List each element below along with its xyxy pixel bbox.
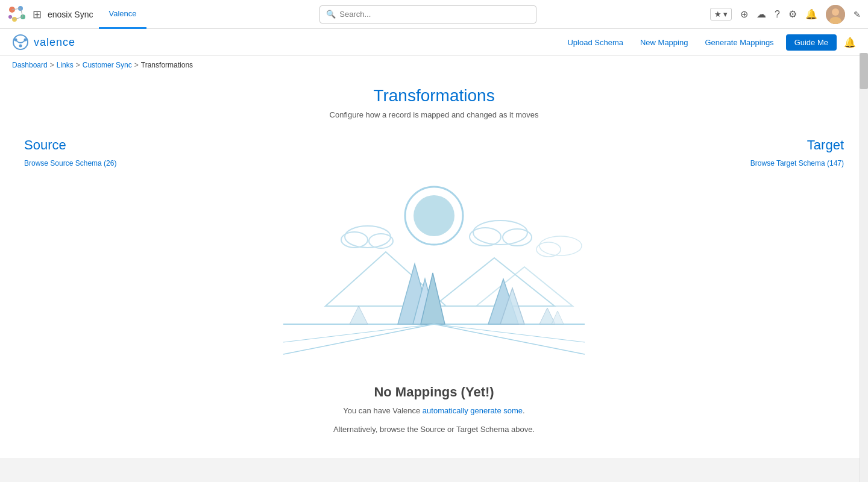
bell-icon[interactable]: 🔔 — [805, 8, 817, 20]
search-bar: 🔍 — [319, 5, 536, 23]
breadcrumb-sep-1: > — [50, 61, 54, 69]
valence-logo-text: valence — [34, 36, 75, 49]
generate-mappings-button[interactable]: Generate Mappings — [700, 36, 778, 49]
upload-schema-button[interactable]: Upload Schema — [562, 36, 628, 49]
valence-header: valence Upload Schema New Mapping Genera… — [0, 29, 868, 56]
empty-state-alt: Alternatively, browse the Source or Targ… — [333, 425, 535, 434]
dropdown-icon: ▾ — [723, 10, 728, 19]
app-name: enosix Sync — [48, 10, 93, 19]
nav-center: 🔍 — [154, 5, 703, 23]
nav-left: ⊞ enosix Sync Valence — [7, 0, 146, 29]
breadcrumb-sep-2: > — [76, 61, 80, 69]
valence-logo: valence — [12, 34, 75, 51]
svg-point-10 — [832, 8, 839, 16]
source-target-row: Source Target — [12, 137, 856, 153]
valence-actions: Upload Schema New Mapping Generate Mappi… — [562, 34, 856, 51]
settings-icon[interactable]: ⚙ — [788, 8, 797, 20]
new-mapping-button[interactable]: New Mapping — [635, 36, 693, 49]
target-label: Target — [807, 137, 844, 153]
valence-logo-icon — [12, 34, 29, 51]
search-icon: 🔍 — [326, 10, 336, 19]
empty-state: No Mappings (Yet!) You can have Valence … — [333, 384, 535, 434]
empty-desc-end: . — [523, 406, 525, 415]
source-label: Source — [24, 137, 66, 153]
cloud-icon[interactable]: ☁ — [756, 8, 766, 20]
browse-source-schema-link[interactable]: Browse Source Schema (26) — [24, 159, 116, 167]
breadcrumb-dashboard[interactable]: Dashboard — [12, 61, 48, 69]
svg-point-18 — [414, 195, 454, 236]
auto-generate-link[interactable]: automatically generate some — [423, 406, 523, 415]
help-icon[interactable]: ? — [775, 9, 780, 20]
breadcrumb-sep-3: > — [134, 61, 139, 69]
search-input[interactable] — [339, 10, 530, 19]
nav-right: ★ ▾ ⊕ ☁ ? ⚙ 🔔 ✎ — [710, 5, 861, 24]
favorites-button[interactable]: ★ ▾ — [710, 8, 732, 20]
breadcrumb-customer-sync[interactable]: Customer Sync — [83, 61, 132, 69]
grid-icon[interactable]: ⊞ — [33, 8, 42, 21]
page-title: Transformations — [373, 86, 494, 105]
svg-point-13 — [14, 39, 17, 42]
avatar[interactable] — [826, 5, 845, 24]
guide-me-button[interactable]: Guide Me — [786, 34, 837, 51]
breadcrumb-current: Transformations — [141, 61, 193, 69]
valence-bell-icon[interactable]: 🔔 — [844, 37, 856, 48]
top-nav-bar: ⊞ enosix Sync Valence 🔍 ★ ▾ ⊕ ☁ ? ⚙ 🔔 ✎ — [0, 0, 868, 29]
browse-target-schema-link[interactable]: Browse Target Schema (147) — [750, 159, 844, 167]
add-icon[interactable]: ⊕ — [740, 8, 748, 20]
valence-tab[interactable]: Valence — [99, 0, 146, 29]
page-subtitle: Configure how a record is mapped and cha… — [330, 110, 539, 119]
star-icon: ★ — [714, 10, 722, 19]
empty-state-illustration — [265, 167, 603, 372]
empty-state-desc1: You can have Valence automatically gener… — [333, 406, 535, 415]
edit-icon[interactable]: ✎ — [854, 10, 861, 19]
empty-desc-text1: You can have Valence — [343, 406, 423, 415]
svg-point-14 — [24, 39, 27, 42]
page-content-area: Transformations Configure how a record i… — [0, 74, 868, 458]
breadcrumb-links[interactable]: Links — [57, 61, 74, 69]
main-content: valence Upload Schema New Mapping Genera… — [0, 29, 868, 458]
scrollbar[interactable] — [860, 53, 868, 458]
svg-point-15 — [19, 45, 22, 48]
empty-state-title: No Mappings (Yet!) — [333, 384, 535, 400]
scrollbar-thumb[interactable] — [860, 53, 868, 89]
app-logo — [7, 5, 27, 24]
breadcrumb: Dashboard > Links > Customer Sync > Tran… — [0, 56, 868, 74]
schema-links-row: Browse Source Schema (26) Browse Target … — [12, 159, 856, 167]
